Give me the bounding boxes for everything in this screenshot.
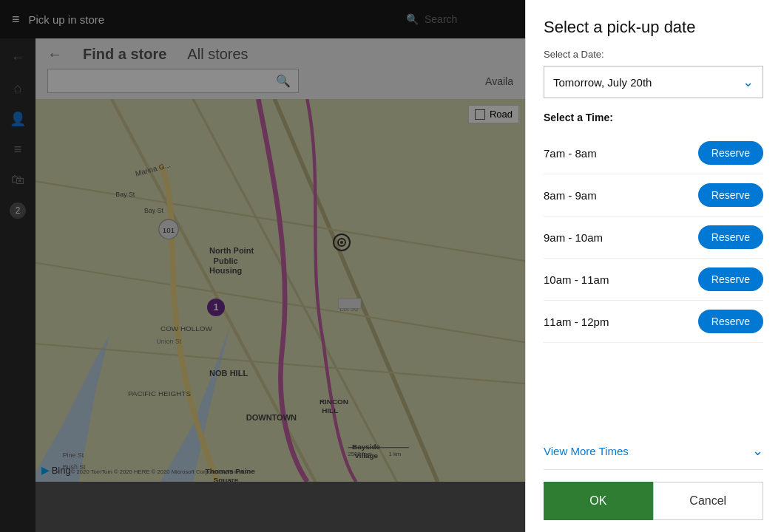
time-slot-text-4: 11am - 12pm: [544, 316, 609, 328]
select-time-label: Select a Time:: [544, 112, 763, 123]
select-date-label: Select a Date:: [544, 49, 763, 60]
reserve-button-1[interactable]: Reserve: [698, 183, 763, 207]
ok-button[interactable]: OK: [544, 482, 653, 520]
date-chevron-icon: ⌄: [743, 74, 754, 90]
date-select-box[interactable]: Tomorrow, July 20th ⌄: [544, 66, 763, 98]
main-overlay: [0, 0, 525, 532]
reserve-button-4[interactable]: Reserve: [698, 310, 763, 333]
selected-date-text: Tomorrow, July 20th: [553, 76, 652, 89]
time-slot-row-0: 7am - 8am Reserve: [544, 132, 763, 174]
time-slot-row-2: 9am - 10am Reserve: [544, 216, 763, 259]
reserve-button-3[interactable]: Reserve: [698, 267, 763, 291]
date-select-wrapper[interactable]: Tomorrow, July 20th ⌄: [544, 66, 763, 98]
pickup-date-panel: Select a pick-up date Select a Date: Tom…: [525, 0, 781, 532]
view-more-times-row[interactable]: View More Times ⌄: [544, 432, 763, 470]
time-slot-row-4: 11am - 12pm Reserve: [544, 301, 763, 343]
time-slot-text-2: 9am - 10am: [544, 231, 603, 244]
panel-title: Select a pick-up date: [544, 18, 763, 37]
time-slots: 7am - 8am Reserve 8am - 9am Reserve 9am …: [544, 132, 763, 432]
view-more-times-link[interactable]: View More Times: [544, 445, 629, 457]
cancel-button[interactable]: Cancel: [653, 482, 764, 520]
time-slot-text-0: 7am - 8am: [544, 147, 597, 160]
panel-footer: OK Cancel: [544, 470, 763, 532]
reserve-button-0[interactable]: Reserve: [698, 141, 763, 165]
time-slot-row-3: 10am - 11am Reserve: [544, 259, 763, 301]
time-slot-row-1: 8am - 9am Reserve: [544, 174, 763, 216]
view-more-chevron-icon: ⌄: [752, 443, 763, 459]
time-slot-text-3: 10am - 11am: [544, 273, 609, 286]
time-slot-text-1: 8am - 9am: [544, 189, 597, 202]
reserve-button-2[interactable]: Reserve: [698, 225, 763, 249]
